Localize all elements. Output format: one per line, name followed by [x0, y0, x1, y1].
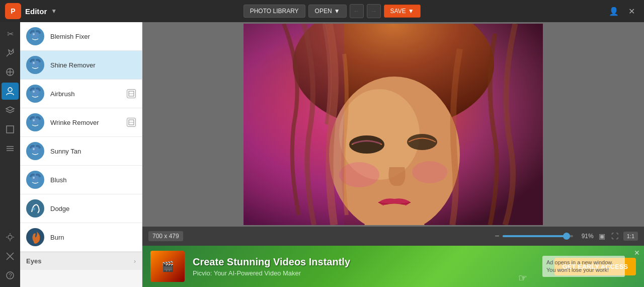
- zoom-fit-button[interactable]: ▣: [597, 232, 607, 240]
- retouch-tool-icon[interactable]: [2, 44, 19, 61]
- frame-tool-icon[interactable]: [2, 121, 19, 138]
- blush-icon: [26, 171, 44, 189]
- svg-rect-39: [244, 24, 344, 225]
- zoom-percent: 91%: [576, 233, 594, 240]
- svg-point-25: [32, 147, 39, 154]
- crop-tool-icon[interactable]: ✂: [2, 25, 19, 42]
- svg-point-15: [32, 60, 39, 67]
- ad-banner: 🎬 Create Stunning Videos Instantly Picvi…: [142, 246, 644, 287]
- tool-item-airbrush[interactable]: Airbrush: [20, 80, 142, 108]
- ad-title: Create Stunning Videos Instantly: [193, 256, 546, 268]
- photo-canvas: [244, 24, 543, 225]
- blemish-fixer-icon: [26, 27, 44, 45]
- svg-point-18: [33, 91, 35, 93]
- ad-cursor-icon: ☞: [518, 272, 527, 284]
- dodge-icon: [26, 199, 44, 218]
- save-button[interactable]: SAVE ▼: [384, 5, 421, 18]
- ad-text-area: Create Stunning Videos Instantly Picvio:…: [193, 256, 546, 277]
- svg-point-6: [8, 235, 12, 239]
- zoom-out-button[interactable]: −: [495, 232, 499, 241]
- texture-tool-icon[interactable]: [2, 140, 19, 157]
- zoom-slider[interactable]: [503, 235, 573, 237]
- canvas-area: [142, 22, 644, 227]
- tool-panel: Blemish Fixer Shine Remover: [20, 22, 142, 287]
- tool-item-wrinkle-remover[interactable]: Wrinke Remover: [20, 108, 142, 137]
- effects-tool-icon[interactable]: [2, 63, 19, 81]
- open-button[interactable]: OPEN ▼: [308, 5, 347, 18]
- svg-point-22: [33, 119, 35, 121]
- wrinkle-remover-icon: [26, 113, 44, 131]
- topbar-left: P Editor ▼: [5, 3, 57, 19]
- eyes-section-header[interactable]: Eyes ›: [20, 252, 142, 270]
- tool-item-blush[interactable]: Blush: [20, 166, 142, 194]
- photo-container[interactable]: [244, 24, 543, 225]
- blemish-fixer-label: Blemish Fixer: [50, 33, 136, 40]
- redo-button[interactable]: →: [367, 4, 381, 18]
- ad-note-text: Ad opens in a new window. You won't lose…: [542, 256, 625, 277]
- photo-library-button[interactable]: PHOTO LIBRARY: [244, 5, 305, 18]
- svg-point-28: [33, 177, 35, 179]
- dodge-label: Dodge: [50, 205, 136, 212]
- airbrush-label: Airbrush: [50, 90, 121, 98]
- canvas-dimensions: 700 x 479: [148, 231, 183, 241]
- zoom-slider-fill: [503, 235, 567, 237]
- undo-button[interactable]: ←: [350, 4, 364, 18]
- svg-point-1: [8, 88, 12, 92]
- topbar-right: 👤 ✕: [607, 4, 639, 18]
- sunny-tan-icon: [26, 142, 44, 160]
- ad-close-button[interactable]: ✕: [632, 248, 642, 258]
- app-logo[interactable]: P: [5, 3, 21, 19]
- account-icon[interactable]: 👤: [607, 4, 621, 18]
- wrinkle-remover-label: Wrinke Remover: [50, 119, 121, 126]
- svg-point-13: [32, 32, 39, 39]
- zoom-slider-thumb: [563, 233, 570, 240]
- svg-point-38: [412, 161, 447, 183]
- zoom-controls: − 91% ▣ ⛶ 1:1: [495, 232, 638, 241]
- tool-item-burn[interactable]: Burn: [20, 223, 142, 252]
- eyes-section-chevron: ›: [134, 258, 136, 265]
- svg-rect-2: [7, 126, 14, 133]
- svg-point-27: [32, 175, 39, 182]
- svg-point-26: [33, 148, 35, 150]
- topbar: P Editor ▼ PHOTO LIBRARY OPEN ▼ ← → SAVE…: [0, 0, 644, 22]
- airbrush-icon: [26, 85, 44, 103]
- move-tool-icon[interactable]: [2, 248, 19, 265]
- blush-label: Blush: [50, 176, 136, 184]
- zoom-fullscreen-button[interactable]: ⛶: [609, 232, 620, 240]
- tool-item-shine-remover[interactable]: Shine Remover: [20, 51, 142, 80]
- canvas-bottom-toolbar: 700 x 479 − 91% ▣ ⛶ 1:1: [142, 227, 644, 246]
- svg-text:?: ?: [9, 272, 12, 279]
- svg-point-17: [32, 89, 39, 96]
- tool-item-sunny-tan[interactable]: Sunny Tan: [20, 137, 142, 166]
- sunny-tan-label: Sunny Tan: [50, 148, 136, 155]
- tool-item-blemish-fixer[interactable]: Blemish Fixer: [20, 22, 142, 51]
- shine-remover-icon: [26, 56, 44, 74]
- svg-point-21: [32, 118, 39, 125]
- main-content: ✂: [0, 22, 644, 287]
- zoom-extra-buttons: ▣ ⛶: [597, 232, 620, 240]
- topbar-center: PHOTO LIBRARY OPEN ▼ ← → SAVE ▼: [244, 4, 421, 18]
- editor-dropdown-icon[interactable]: ▼: [51, 8, 57, 15]
- editor-title[interactable]: Editor: [25, 7, 47, 16]
- shine-remover-label: Shine Remover: [50, 61, 136, 69]
- ratio-button[interactable]: 1:1: [623, 232, 638, 241]
- canvas-wrapper: 700 x 479 − 91% ▣ ⛶ 1:1 🎬 Create Stunnin…: [142, 22, 644, 287]
- ad-note-area: Ad opens in a new window. You won't lose…: [538, 246, 629, 287]
- tool-item-dodge[interactable]: Dodge: [20, 194, 142, 223]
- svg-point-14: [33, 33, 35, 35]
- layers-tool-icon[interactable]: [2, 102, 19, 119]
- ad-thumbnail: 🎬: [150, 251, 185, 282]
- airbrush-badge: [127, 89, 136, 98]
- light-tool-icon[interactable]: [2, 229, 19, 246]
- svg-point-35: [349, 135, 384, 154]
- help-icon[interactable]: ?: [2, 267, 19, 284]
- burn-icon: [26, 228, 44, 246]
- svg-point-16: [33, 62, 35, 64]
- close-icon[interactable]: ✕: [625, 4, 639, 18]
- svg-point-29: [32, 207, 35, 210]
- portrait-tool-icon[interactable]: [2, 83, 19, 100]
- icon-bar: ✂: [0, 22, 20, 287]
- svg-point-36: [407, 134, 437, 150]
- ad-subtitle: Picvio: Your AI-Powered Video Maker: [193, 269, 546, 277]
- eyes-section-label: Eyes: [26, 257, 41, 265]
